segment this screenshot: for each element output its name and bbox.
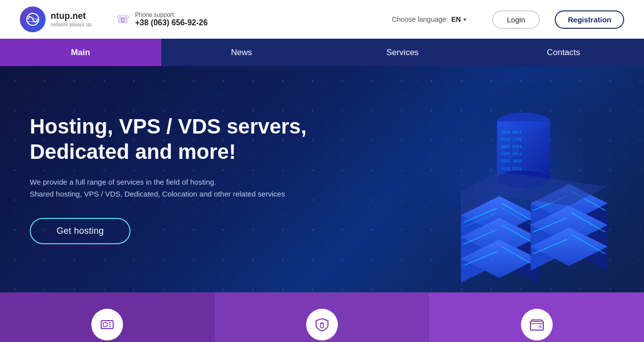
brand-tagline: network always up (51, 22, 91, 28)
server-illustration: 1010 0011 0110 1100 1001 0101 1100 0011 … (307, 66, 644, 292)
svg-text:0110 1100: 0110 1100 (501, 137, 521, 141)
hero-section: Hosting, VPS / VDS servers, Dedicated an… (0, 66, 644, 292)
shield-icon (314, 317, 330, 333)
wallet-icon-circle (521, 309, 553, 341)
nav-item-services[interactable]: Services (322, 39, 483, 66)
logo[interactable]: ntup.net network always up (20, 6, 91, 32)
feature-ssd: High Speed SSDs Only (0, 292, 215, 342)
svg-text:0101 1010: 0101 1010 (501, 159, 521, 163)
nav-item-news[interactable]: News (161, 39, 322, 66)
svg-text:1100 0011: 1100 0011 (501, 151, 521, 156)
svg-point-52 (540, 326, 541, 327)
features-strip: High Speed SSDs Only Your data is protec… (0, 292, 644, 342)
site-header: ntup.net network always up ☏ Phone suppo… (0, 0, 644, 39)
brand-name: ntup.net (51, 11, 91, 22)
svg-text:1010 0011: 1010 0011 (501, 130, 521, 135)
main-nav: Main News Services Contacts (0, 39, 644, 66)
logo-text: ntup.net network always up (51, 11, 91, 28)
svg-text:1001 0101: 1001 0101 (501, 144, 521, 149)
login-button[interactable]: Login (492, 10, 540, 29)
phone-text: Phone support: +38 (063) 656-92-26 (135, 11, 207, 27)
phone-support-area: ☏ Phone support: +38 (063) 656-92-26 (116, 11, 207, 27)
ssd-icon-circle (91, 309, 123, 341)
shield-icon-circle (306, 309, 338, 341)
hero-description: We provide a full range of services in t… (30, 176, 318, 200)
phone-icon: ☏ (116, 13, 130, 26)
language-selector[interactable]: Choose language: EN ▼ (392, 15, 467, 23)
feature-protection: Your data is protected (215, 292, 430, 342)
language-current[interactable]: EN ▼ (451, 15, 467, 23)
hero-title: Hosting, VPS / VDS servers, Dedicated an… (30, 114, 318, 164)
nav-item-contacts[interactable]: Contacts (483, 39, 644, 66)
svg-rect-45 (103, 323, 107, 327)
phone-number: +38 (063) 656-92-26 (135, 18, 207, 27)
hero-content: Hosting, VPS / VDS servers, Dedicated an… (30, 114, 318, 264)
chevron-down-icon: ▼ (462, 17, 467, 22)
phone-label: Phone support: (135, 11, 207, 18)
wallet-icon (529, 317, 545, 333)
nav-item-main[interactable]: Main (0, 39, 161, 66)
svg-text:1010 0110: 1010 0110 (501, 166, 521, 171)
get-hosting-button[interactable]: Get hosting (30, 218, 130, 244)
language-label: Choose language: (392, 15, 449, 23)
logo-icon (20, 6, 46, 32)
register-button[interactable]: Registration (555, 10, 624, 29)
svg-rect-49 (321, 324, 323, 328)
ssd-icon (99, 317, 115, 333)
feature-moneyback: MoneyBack 14 days! (429, 292, 644, 342)
